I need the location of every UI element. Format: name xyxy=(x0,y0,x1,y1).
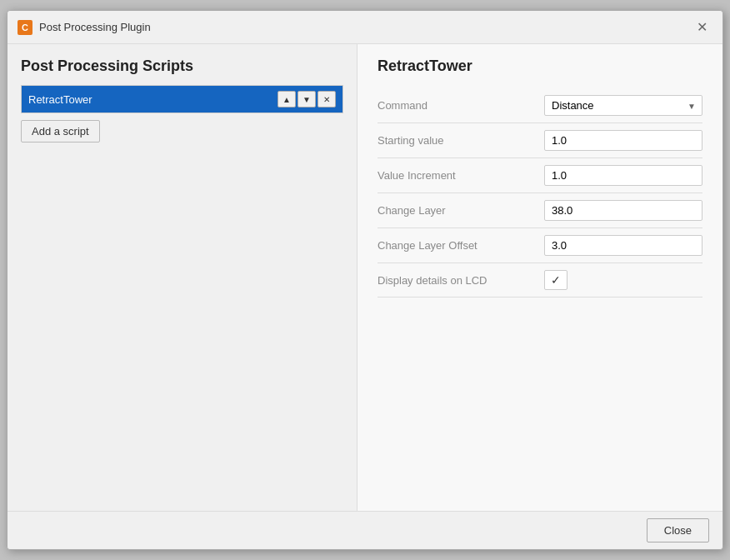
value-increment-input[interactable] xyxy=(544,165,702,186)
change-layer-input[interactable] xyxy=(544,200,702,221)
title-bar: C Post Processing Plugin ✕ xyxy=(8,11,722,44)
app-icon: C xyxy=(18,20,32,35)
dialog-title: Post Processing Plugin xyxy=(39,21,151,33)
post-processing-dialog: C Post Processing Plugin ✕ Post Processi… xyxy=(7,10,723,550)
script-move-down-button[interactable]: ▼ xyxy=(298,91,316,108)
add-script-button[interactable]: Add a script xyxy=(21,120,100,142)
value-increment-label: Value Increment xyxy=(378,169,544,182)
window-close-button[interactable]: ✕ xyxy=(692,18,712,37)
script-item-label: RetractTower xyxy=(28,93,92,106)
left-panel-heading: Post Processing Scripts xyxy=(21,58,343,75)
starting-value-input[interactable] xyxy=(544,130,702,151)
right-panel-heading: RetractTower xyxy=(378,58,702,75)
script-list: RetractTower ▲ ▼ ✕ xyxy=(21,85,343,113)
command-label: Command xyxy=(378,99,544,112)
script-item[interactable]: RetractTower ▲ ▼ ✕ xyxy=(22,86,342,112)
script-item-controls: ▲ ▼ ✕ xyxy=(278,91,336,108)
change-layer-offset-row: Change Layer Offset xyxy=(378,228,702,263)
dialog-body: Post Processing Scripts RetractTower ▲ ▼… xyxy=(8,44,722,511)
command-select-wrapper: Distance Speed ▼ xyxy=(544,95,702,116)
display-details-label: Display details on LCD xyxy=(378,274,544,287)
command-select[interactable]: Distance Speed xyxy=(544,95,702,116)
value-increment-control xyxy=(544,165,702,186)
right-panel: RetractTower Command Distance Speed ▼ St… xyxy=(358,44,722,511)
change-layer-offset-input[interactable] xyxy=(544,235,702,256)
checkbox-checkmark: ✓ xyxy=(551,273,561,287)
command-control: Distance Speed ▼ xyxy=(544,95,702,116)
starting-value-control xyxy=(544,130,702,151)
change-layer-label: Change Layer xyxy=(378,204,544,217)
display-details-checkbox[interactable]: ✓ xyxy=(544,270,568,290)
starting-value-row: Starting value xyxy=(378,123,702,158)
starting-value-label: Starting value xyxy=(378,134,544,147)
command-row: Command Distance Speed ▼ xyxy=(378,88,702,123)
change-layer-offset-control xyxy=(544,235,702,256)
display-details-row: Display details on LCD ✓ xyxy=(378,263,702,298)
change-layer-row: Change Layer xyxy=(378,193,702,228)
change-layer-control xyxy=(544,200,702,221)
dialog-footer: Close xyxy=(8,511,722,549)
value-increment-row: Value Increment xyxy=(378,158,702,193)
close-dialog-button[interactable]: Close xyxy=(647,518,709,542)
display-details-control: ✓ xyxy=(544,270,702,290)
script-move-up-button[interactable]: ▲ xyxy=(278,91,296,108)
script-remove-button[interactable]: ✕ xyxy=(318,91,336,108)
change-layer-offset-label: Change Layer Offset xyxy=(378,239,544,252)
title-bar-left: C Post Processing Plugin xyxy=(18,20,151,35)
left-panel: Post Processing Scripts RetractTower ▲ ▼… xyxy=(8,44,358,511)
